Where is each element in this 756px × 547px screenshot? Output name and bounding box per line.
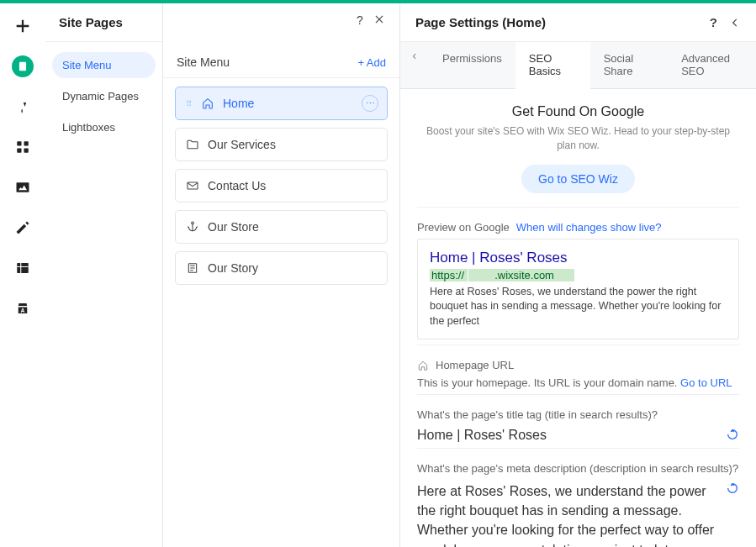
home-icon: [417, 360, 429, 371]
page-label: Our Story: [208, 261, 258, 275]
add-icon[interactable]: [12, 15, 34, 37]
sidebar-item-site-menu[interactable]: Site Menu: [52, 52, 156, 78]
folder-icon: [186, 138, 199, 151]
page-label: Our Services: [208, 138, 276, 151]
svg-rect-3: [17, 149, 21, 153]
title-tag-input[interactable]: Home | Roses' Roses: [417, 428, 547, 443]
apps-icon[interactable]: [12, 136, 34, 158]
reset-desc-icon[interactable]: [726, 481, 739, 495]
mail-icon: [186, 179, 199, 192]
hero-subtitle: Boost your site's SEO with Wix SEO Wiz. …: [417, 124, 739, 153]
tab-seo-basics[interactable]: SEO Basics: [515, 42, 590, 89]
hero-title: Get Found On Google: [417, 104, 739, 119]
page-label: Home: [223, 97, 254, 110]
meta-desc-input[interactable]: Here at Roses' Roses, we understand the …: [417, 481, 717, 547]
nav-panel: Site Pages Site Menu Dynamic Pages Light…: [45, 3, 163, 547]
site-menu-heading: Site Menu: [177, 55, 230, 69]
page-row-services[interactable]: Our Services: [175, 128, 388, 161]
go-to-url-link[interactable]: Go to URL: [680, 376, 732, 389]
preview-desc: Here at Roses' Roses, we understand the …: [430, 285, 727, 329]
preview-link[interactable]: When will changes show live?: [516, 221, 662, 234]
svg-rect-5: [17, 182, 29, 192]
sidebar-item-lightboxes[interactable]: Lightboxes: [52, 114, 156, 140]
preview-title: Home | Roses' Roses: [430, 250, 727, 266]
tabs-back-icon[interactable]: [400, 42, 429, 88]
svg-rect-2: [24, 141, 29, 145]
data-icon[interactable]: [12, 257, 34, 279]
svg-point-9: [192, 222, 194, 224]
icon-rail: A: [0, 3, 45, 547]
add-page-button[interactable]: + Add: [357, 56, 386, 69]
close-icon[interactable]: [373, 13, 385, 27]
page-label: Our Store: [208, 220, 259, 234]
preview-label: Preview on Google: [417, 221, 510, 234]
preview-url: https:// .wixsite.com: [430, 269, 574, 281]
store-icon[interactable]: A: [12, 297, 34, 319]
pages-icon[interactable]: [12, 55, 34, 77]
help-icon[interactable]: ?: [357, 13, 363, 27]
tab-social-share[interactable]: Social Share: [590, 42, 668, 88]
page-row-story[interactable]: Our Story: [175, 251, 388, 285]
drag-handle-icon[interactable]: ⠿: [186, 99, 193, 108]
pages-panel: Site Menu + Add ⠿ Home ⋯ Our Services Co…: [163, 3, 400, 547]
panel-title: Site Pages: [45, 3, 162, 42]
help-icon[interactable]: ?: [710, 15, 717, 29]
meta-desc-label: What's the page's meta description (desc…: [417, 462, 739, 475]
design-icon[interactable]: [12, 96, 34, 118]
google-preview: Home | Roses' Roses https:// .wixsite.co…: [417, 239, 739, 340]
title-tag-label: What's the page's title tag (title in se…: [417, 408, 739, 421]
tab-advanced-seo[interactable]: Advanced SEO: [668, 42, 756, 88]
page-label: Contact Us: [208, 179, 266, 192]
sidebar-item-dynamic-pages[interactable]: Dynamic Pages: [52, 83, 156, 109]
media-icon[interactable]: [12, 176, 34, 198]
tab-permissions[interactable]: Permissions: [429, 42, 515, 88]
page-row-contact[interactable]: Contact Us: [175, 169, 388, 202]
page-row-store[interactable]: Our Store: [175, 210, 388, 244]
svg-rect-6: [17, 263, 29, 273]
blog-icon[interactable]: [12, 217, 34, 239]
page-more-icon[interactable]: ⋯: [362, 95, 378, 112]
settings-panel: Page Settings (Home) ? Permissions SEO B…: [400, 3, 756, 547]
svg-text:A: A: [21, 308, 25, 313]
back-icon[interactable]: [729, 17, 741, 29]
reset-title-icon[interactable]: [726, 428, 739, 441]
home-icon: [201, 97, 214, 110]
svg-rect-4: [24, 149, 29, 153]
svg-rect-8: [188, 182, 198, 189]
page-row-home[interactable]: ⠿ Home ⋯: [175, 87, 388, 120]
anchor-icon: [186, 220, 199, 234]
homepage-url-label: Homepage URL: [436, 359, 514, 371]
svg-rect-0: [19, 62, 26, 71]
page-icon: [186, 261, 199, 275]
svg-rect-1: [17, 141, 21, 145]
settings-title: Page Settings (Home): [415, 15, 546, 29]
seo-wiz-button[interactable]: Go to SEO Wiz: [521, 165, 635, 193]
homepage-text: This is your homepage. Its URL is your d…: [417, 376, 680, 389]
